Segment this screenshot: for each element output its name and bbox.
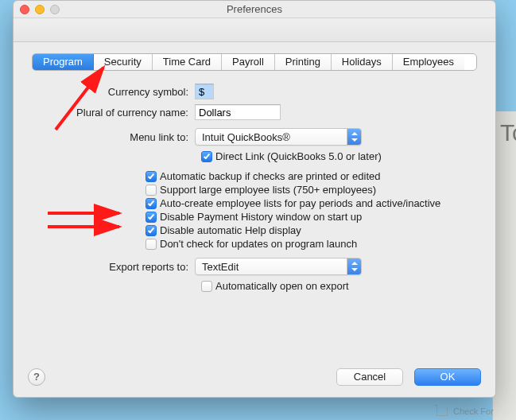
auto-open-export-checkbox[interactable]: Automatically open on export	[201, 280, 349, 292]
checkbox-icon	[145, 171, 157, 182]
export-reports-select[interactable]: TextEdit	[195, 258, 362, 275]
auto-create-checkbox[interactable]: Auto-create employee lists for pay perio…	[145, 197, 471, 209]
ok-button[interactable]: OK	[414, 368, 481, 386]
options-group: Automatic backup if checks are printed o…	[145, 170, 471, 250]
cancel-button[interactable]: Cancel	[336, 368, 403, 386]
no-update-check-label: Don't check for updates on program launc…	[160, 238, 357, 250]
tab-payroll[interactable]: Payroll	[222, 54, 275, 70]
checkbox-icon	[145, 225, 157, 236]
minimize-icon[interactable]	[35, 5, 45, 14]
tab-employees[interactable]: Employees	[393, 54, 464, 70]
disable-help-label: Disable automatic Help display	[160, 224, 301, 236]
form: Currency symbol: Plural of currency name…	[14, 71, 495, 397]
tab-program[interactable]: Program	[33, 54, 94, 70]
tab-time-card[interactable]: Time Card	[153, 54, 222, 70]
large-lists-label: Support large employee lists (750+ emplo…	[160, 184, 376, 196]
large-lists-checkbox[interactable]: Support large employee lists (750+ emplo…	[145, 184, 471, 196]
close-icon[interactable]	[20, 5, 29, 14]
currency-symbol-label: Currency symbol:	[37, 86, 195, 98]
background-title-hint: Tc	[500, 119, 516, 151]
direct-link-label: Direct Link (QuickBooks 5.0 or later)	[215, 150, 382, 162]
checkbox-icon	[145, 212, 157, 223]
background-check-for: Check For	[436, 406, 516, 416]
auto-backup-label: Automatic backup if checks are printed o…	[160, 170, 380, 182]
checkbox-icon	[201, 281, 212, 292]
plural-currency-input[interactable]	[195, 104, 281, 120]
direct-link-checkbox[interactable]: Direct Link (QuickBooks 5.0 or later)	[201, 150, 382, 162]
cart-icon	[436, 408, 448, 416]
checkbox-icon	[201, 151, 212, 162]
checkbox-icon	[145, 198, 157, 209]
currency-symbol-input[interactable]	[195, 84, 214, 99]
plural-currency-label: Plural of currency name:	[37, 107, 195, 119]
checkbox-icon	[145, 239, 157, 250]
window-title: Preferences	[227, 3, 282, 15]
menu-link-label: Menu link to:	[37, 131, 195, 143]
help-button[interactable]: ?	[28, 368, 45, 386]
toolbar	[14, 18, 495, 42]
zoom-icon	[50, 5, 60, 14]
chevron-updown-icon	[347, 129, 361, 145]
auto-create-label: Auto-create employee lists for pay perio…	[160, 197, 440, 209]
chevron-updown-icon	[347, 259, 361, 274]
tab-holidays[interactable]: Holidays	[332, 54, 393, 70]
tab-security[interactable]: Security	[94, 54, 153, 70]
disable-history-label: Disable Payment History window on start …	[160, 211, 362, 223]
export-reports-label: Export reports to:	[37, 261, 195, 273]
tabs: Program Security Time Card Payroll Print…	[32, 53, 477, 71]
checkbox-icon	[145, 185, 157, 196]
menu-link-select[interactable]: Intuit QuickBooks®	[195, 128, 362, 146]
export-reports-value: TextEdit	[202, 261, 245, 273]
disable-history-checkbox[interactable]: Disable Payment History window on start …	[145, 211, 471, 223]
menu-link-value: Intuit QuickBooks®	[202, 131, 297, 143]
preferences-dialog: Preferences Program Security Time Card P…	[13, 0, 496, 398]
disable-help-checkbox[interactable]: Disable automatic Help display	[145, 224, 471, 236]
tab-printing[interactable]: Printing	[275, 54, 332, 70]
no-update-check-checkbox[interactable]: Don't check for updates on program launc…	[145, 238, 471, 250]
dialog-footer: Cancel OK	[336, 368, 481, 386]
titlebar: Preferences	[14, 1, 495, 18]
auto-open-export-label: Automatically open on export	[215, 280, 349, 292]
auto-backup-checkbox[interactable]: Automatic backup if checks are printed o…	[145, 170, 471, 182]
window-controls	[20, 5, 60, 14]
